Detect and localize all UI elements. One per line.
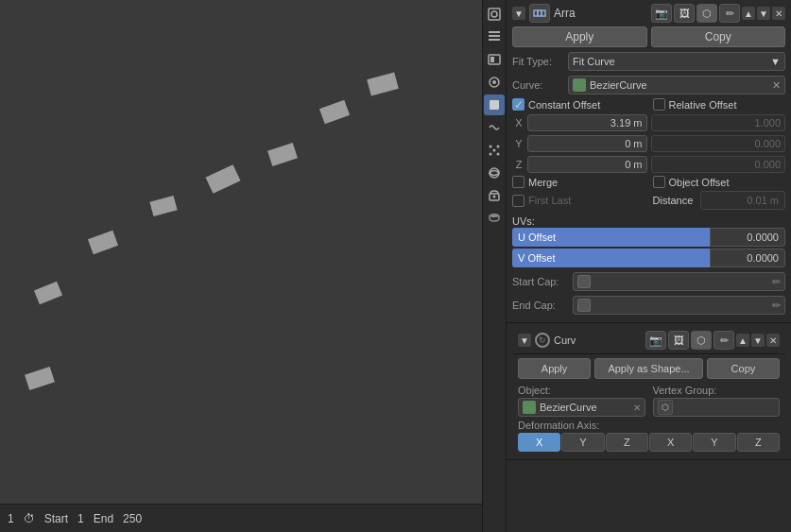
viewport-bottom-bar: 1 ⏱ Start 1 End 250: [0, 504, 482, 532]
u-offset-label[interactable]: U Offset: [512, 228, 710, 247]
object-offset-checkbox[interactable]: [653, 176, 665, 188]
array-apply-btn[interactable]: Apply: [512, 26, 647, 47]
curve-collapse-btn[interactable]: ▼: [518, 334, 531, 347]
object-field[interactable]: BezierCurve ✕: [518, 398, 645, 417]
array-edit-icon[interactable]: ✏: [719, 4, 740, 23]
sidebar-icon-physics[interactable]: [484, 163, 505, 183]
axis-z-btn[interactable]: Z: [606, 433, 648, 452]
viewport[interactable]: 1 ⏱ Start 1 End 250: [0, 0, 482, 532]
first-last-checkbox[interactable]: [512, 195, 524, 207]
array-apply-copy-row: Apply Copy: [512, 26, 785, 47]
y-label: Y: [512, 138, 525, 149]
curve-edit-icon[interactable]: ✏: [714, 331, 734, 350]
curve-close-btn[interactable]: ✕: [766, 334, 780, 347]
start-cap-pencil-icon[interactable]: ✏: [772, 276, 781, 288]
end-cap-pencil-icon[interactable]: ✏: [772, 300, 781, 312]
curve-copy-btn[interactable]: Copy: [707, 358, 780, 379]
sidebar-icon-particles[interactable]: [484, 140, 505, 161]
svg-rect-4: [489, 31, 500, 33]
viewport-object: [205, 164, 240, 194]
curve-render-icon[interactable]: 🖼: [668, 331, 689, 350]
viewport-canvas: [0, 0, 482, 491]
z-label: Z: [512, 159, 525, 170]
curve-mesh-icon[interactable]: ⬡: [691, 331, 712, 350]
xyz-inputs: X 3.19 m Y 0 m Z 0 m 1.000 0.000: [512, 113, 785, 176]
end-cap-dot: [577, 299, 591, 312]
sidebar-icon-constraints[interactable]: [484, 185, 505, 206]
viewport-object: [149, 196, 177, 216]
v-offset-value[interactable]: 0.0000: [710, 249, 785, 267]
axis-neg-y-btn[interactable]: Y: [693, 433, 735, 452]
svg-rect-9: [490, 100, 499, 110]
curve-camera-icon[interactable]: 📷: [645, 331, 666, 350]
svg-point-13: [497, 146, 500, 148]
array-close-btn[interactable]: ✕: [772, 7, 785, 20]
svg-rect-21: [542, 10, 545, 16]
array-render-icon[interactable]: 🖼: [674, 4, 695, 23]
x-row: X 3.19 m: [512, 113, 647, 132]
svg-rect-6: [490, 57, 494, 62]
sidebar-icon-data[interactable]: [484, 208, 505, 229]
vertex-group-field[interactable]: ⬡: [653, 398, 781, 417]
curve-down-btn[interactable]: ▼: [751, 334, 765, 347]
object-vg-row: Object: BezierCurve ✕ Vertex Group: ⬡: [512, 385, 785, 417]
z-value[interactable]: 0 m: [527, 156, 647, 173]
curve-label: Curve:: [512, 79, 564, 91]
svg-point-17: [493, 196, 496, 198]
clock-icon: ⏱: [24, 512, 35, 525]
curve-clear-btn[interactable]: ✕: [772, 79, 781, 92]
array-collapse-btn[interactable]: ▼: [512, 7, 525, 20]
sidebar-icon-render[interactable]: [484, 4, 505, 25]
curve-name: BezierCurve: [590, 79, 768, 91]
sidebar-icon-modifier[interactable]: [484, 117, 505, 138]
u-offset-value[interactable]: 0.0000: [710, 228, 785, 247]
array-modifier-header: ▼ Arra 📷 🖼 ⬡ ✏ ▲ ▼ ✕: [512, 4, 785, 23]
end-cap-field[interactable]: ✏: [573, 296, 785, 315]
array-camera-icon[interactable]: 📷: [651, 4, 672, 23]
merge-checkbox[interactable]: [512, 176, 524, 188]
svg-rect-3: [489, 35, 500, 37]
curve-apply-shape-btn[interactable]: Apply as Shape...: [594, 358, 703, 379]
relative-offset-checkbox[interactable]: [653, 98, 665, 111]
svg-rect-0: [489, 9, 500, 20]
sidebar-icon-object[interactable]: [484, 94, 505, 115]
vertex-group-label: Vertex Group:: [653, 385, 781, 396]
end-cap-row: End Cap: ✏: [512, 295, 785, 316]
curve-field[interactable]: BezierCurve ✕: [568, 76, 785, 94]
end-frame: 250: [123, 512, 142, 525]
v-offset-label[interactable]: V Offset: [512, 249, 710, 267]
svg-point-11: [493, 149, 496, 152]
sidebar-icon-output[interactable]: [484, 26, 505, 47]
y-value[interactable]: 0 m: [527, 135, 647, 152]
vertex-group-icon: ⬡: [658, 400, 673, 415]
array-up-btn[interactable]: ▲: [742, 7, 755, 20]
start-cap-field[interactable]: ✏: [573, 272, 785, 291]
object-clear-btn[interactable]: ✕: [633, 403, 641, 413]
constant-offset-checkbox[interactable]: ✓: [512, 98, 524, 111]
svg-point-12: [497, 153, 500, 156]
curve-up-btn[interactable]: ▲: [736, 334, 749, 347]
curve-apply-row: Apply Apply as Shape... Copy: [512, 354, 785, 383]
axis-neg-x-btn[interactable]: X: [649, 433, 692, 452]
svg-point-18: [490, 214, 499, 217]
axis-x-btn[interactable]: X: [518, 433, 560, 452]
curve-modifier-icon: ↻: [535, 333, 550, 348]
x-label: X: [512, 117, 525, 129]
sidebar-icon-scene[interactable]: [484, 72, 505, 93]
constant-offset-col: ✓ Constant Offset: [512, 98, 645, 111]
curve-modifier-name: Curv: [554, 335, 642, 346]
relative-offset-col: Relative Offset: [653, 98, 786, 111]
x-value[interactable]: 3.19 m: [527, 114, 647, 131]
fit-type-dropdown[interactable]: Fit Curve ▼: [568, 52, 785, 71]
distance-value: 0.01 m: [700, 191, 785, 210]
array-copy-btn[interactable]: Copy: [651, 26, 786, 47]
array-down-btn[interactable]: ▼: [757, 7, 770, 20]
constant-offset-label: Constant Offset: [528, 99, 600, 111]
curve-apply-btn[interactable]: Apply: [518, 358, 591, 379]
axis-neg-z-btn[interactable]: Z: [737, 433, 780, 452]
svg-rect-2: [489, 39, 500, 41]
array-mesh-icon[interactable]: ⬡: [696, 4, 717, 23]
object-dot: [523, 401, 536, 414]
axis-y-btn[interactable]: Y: [561, 433, 604, 452]
sidebar-icon-view-layer[interactable]: [484, 49, 505, 70]
